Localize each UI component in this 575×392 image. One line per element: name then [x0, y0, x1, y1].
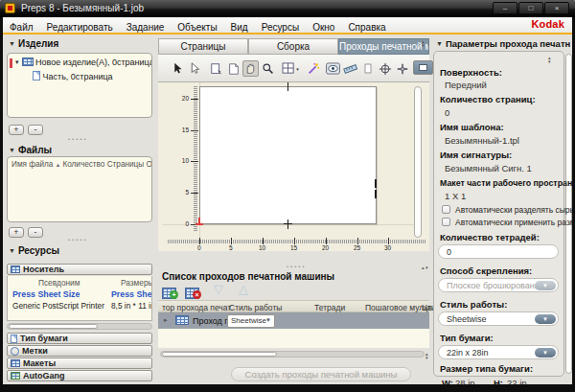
dropdown-caret-icon: ▾ [296, 66, 299, 72]
tab-pages[interactable]: Страницы [158, 38, 248, 55]
canvas-vscrollbar[interactable] [414, 86, 422, 238]
close-button[interactable]: × [544, 2, 569, 14]
files-header-row[interactable]: Имя файла ▲ Количество Страницы Обрезк [12, 160, 151, 169]
add-file-button[interactable]: + [9, 227, 24, 238]
col-colors[interactable]: Цв [422, 303, 432, 312]
media-col-size[interactable]: Размеры [121, 278, 152, 288]
panel-resize-arrows-icon[interactable]: ▴▾ [548, 56, 551, 63]
accordion-stock[interactable]: Тип бумаги [7, 333, 152, 344]
media-hscrollbar[interactable] [7, 323, 152, 330]
sections-count-input[interactable]: 0 [438, 244, 559, 259]
product-icon [22, 58, 34, 66]
move-up-button[interactable]: △ [239, 282, 248, 296]
accordion-templates[interactable]: Макеты [7, 357, 152, 369]
zoom-tool[interactable] [260, 60, 276, 77]
col-sections[interactable]: Тетради [314, 303, 345, 312]
signature-value: Безымянный Сигн. 1 [445, 163, 532, 173]
add-pressrun-button[interactable]: + [162, 285, 181, 299]
media-row-size[interactable]: 8,5 in * 11 in [111, 301, 152, 311]
registration-target-tool[interactable] [377, 60, 393, 77]
pan-hand-tool[interactable] [242, 60, 259, 77]
workstyle-dropdown[interactable]: Sheetwise▼ [227, 314, 275, 328]
pressrun-row-selected[interactable]: ▸ Проход пе Sheetwise▼ [158, 312, 429, 329]
template-value: Безымянный-1.tpl [445, 135, 519, 146]
tab-assembly[interactable]: Сборка [248, 38, 338, 55]
single-view-button[interactable] [413, 60, 433, 75]
splitter-handle[interactable]: ••••• [287, 264, 307, 269]
pressrun-list-empty-area[interactable] [158, 329, 429, 348]
title-bar[interactable]: Preps 8 - Безымянный-1.job – □ × [0, 0, 575, 17]
resize-arrows-icon[interactable]: ▴▾ [426, 352, 428, 359]
paper-type-dropdown[interactable]: 22in x 28in▼ [438, 345, 559, 359]
files-list[interactable]: Имя файла ▲ Количество Страницы Обрезк [7, 156, 152, 222]
media-row-size[interactable]: Press Sheet [111, 289, 152, 299]
press-sheet[interactable] [199, 86, 377, 224]
minimize-button[interactable]: – [493, 2, 518, 14]
tab-pressruns[interactable]: Проходы печатной маши [338, 38, 429, 55]
panel-collapse-arrows-icon[interactable]: ▴ ▾ [422, 265, 427, 269]
autogang-wand-tool[interactable] [305, 60, 321, 77]
measure-tool[interactable] [342, 60, 358, 77]
col-count[interactable]: Количество [62, 160, 104, 169]
col-pages[interactable]: Страницы [107, 160, 144, 169]
remove-product-button[interactable]: - [28, 125, 43, 135]
panel-collapse-arrows-icon[interactable]: ▴▾ [422, 39, 425, 47]
splitter-handle[interactable]: ••••• [68, 237, 88, 242]
menu-view[interactable]: Вид [224, 20, 255, 33]
files-section-header[interactable]: ▼Файлы [9, 145, 52, 155]
media-table[interactable]: Псевдоним Размеры Press Sheet Size Press… [7, 276, 152, 321]
col-trim[interactable]: Обрезк [146, 160, 151, 169]
pressrun-params-header[interactable]: ▼Параметры прохода печатной маши [436, 38, 570, 49]
center-view-tool[interactable] [394, 60, 410, 77]
direct-select-tool[interactable] [187, 60, 203, 77]
col-workstyle[interactable]: Стиль работы [229, 303, 282, 312]
menu-job[interactable]: Задание [120, 20, 172, 33]
menu-bar: ФайлРедактироватьЗаданиеОбъектыВидРесурс… [3, 17, 572, 33]
pressrun-hscrollbar[interactable] [160, 351, 425, 357]
row-disclosure-icon[interactable]: ▸ [164, 316, 168, 324]
products-tree[interactable]: ▾ Новое изделие(A), 0страница Часть, 0ст… [7, 53, 152, 118]
workstyle-dropdown[interactable]: Sheetwise▼ [438, 311, 559, 326]
signature-layout-tool[interactable]: ▾ [279, 60, 302, 77]
media-row-alias[interactable]: Press Sheet Size [12, 289, 80, 299]
preview-eye-tool[interactable] [325, 60, 341, 77]
accordion-autogang[interactable]: AutoGang [7, 370, 152, 381]
tree-item-product[interactable]: ▾ Новое изделие(A), 0страница [15, 58, 151, 67]
menu-help[interactable]: Справка [341, 20, 392, 33]
accordion-media[interactable]: Носитель [7, 264, 152, 275]
scrollbar-thumb[interactable] [162, 352, 277, 357]
scrollbar-thumb[interactable] [9, 324, 98, 329]
menu-resources[interactable]: Ресурсы [255, 20, 306, 33]
ruler-label: 10 [177, 158, 189, 165]
media-row-alias[interactable]: Generic PostScript Printer [12, 301, 104, 311]
delete-pressrun-button[interactable]: × [185, 285, 204, 299]
maximize-button[interactable]: □ [518, 2, 543, 14]
col-filename[interactable]: Имя файла [12, 160, 53, 169]
menu-file[interactable]: Файл [3, 20, 40, 33]
plus-badge-icon: + [170, 290, 178, 299]
menu-edit[interactable]: Редактировать [40, 20, 120, 33]
resources-section-header[interactable]: ▼Ресурсы [9, 245, 59, 256]
page-tool[interactable] [359, 60, 376, 77]
products-section-header[interactable]: ▼Изделия [9, 38, 58, 49]
pages-label: Количество страниц: [440, 94, 536, 104]
move-page-tool[interactable] [208, 60, 224, 77]
move-down-button[interactable]: ▽ [214, 282, 223, 296]
select-tool[interactable] [170, 60, 186, 77]
right-center-mark [375, 179, 377, 188]
tree-item-part[interactable]: Часть, 0страница [33, 71, 113, 81]
menu-window[interactable]: Окно [306, 20, 341, 33]
auto-split-checkbox[interactable] [442, 205, 450, 214]
create-page-tool[interactable] [225, 60, 242, 77]
splitter-handle[interactable]: ••••• [68, 136, 88, 142]
menu-objects[interactable]: Объекты [171, 20, 223, 33]
add-product-button[interactable]: + [9, 125, 24, 135]
accordion-marks[interactable]: Метки [7, 345, 152, 357]
auto-size-checkbox[interactable] [442, 218, 450, 226]
media-col-alias[interactable]: Псевдоним [38, 278, 80, 288]
create-pressruns-button[interactable]: Создать проходы печатной машины [231, 367, 411, 381]
col-pressrun-id[interactable]: тор прохода печат [162, 303, 231, 312]
bottom-center-mark [284, 223, 292, 224]
remove-file-button[interactable]: - [28, 227, 43, 238]
imposition-canvas[interactable]: 20 15 10 5 0 0 5 10 15 20 25 30 [158, 82, 429, 251]
